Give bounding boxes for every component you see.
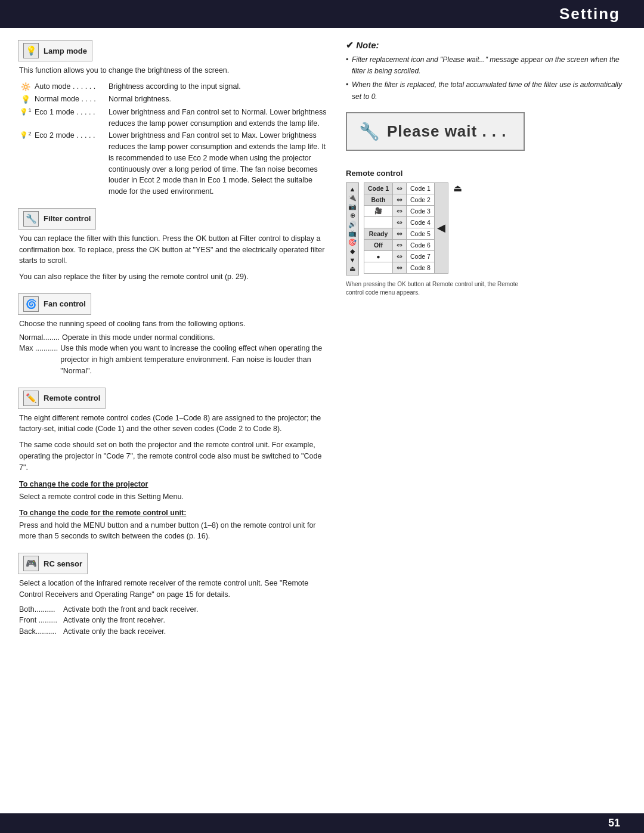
remote-icon-9: ▼: [349, 256, 356, 264]
remote-cell-code1-right: Code 1: [407, 182, 435, 194]
rc-icon: 🎮: [23, 556, 39, 571]
remote-icon-4: ⊕: [350, 212, 355, 219]
rc-sensor-header: 🎮 RC sensor: [18, 553, 88, 574]
fan-control-description: Choose the running speed of cooling fans…: [19, 318, 328, 330]
rc-front-label: Front .........: [19, 615, 61, 626]
lamp-mode-title: Lamp mode: [44, 47, 87, 55]
remote-cell-arrow-4: ⇔: [393, 216, 407, 228]
remote-cell-circle: ●: [364, 250, 393, 262]
page-footer: 51: [0, 813, 644, 833]
remote-cell-arrow-5: ⇔: [393, 228, 407, 239]
filter-icon: 🔧: [23, 211, 39, 227]
remote-body2: The same code should set on both the pro…: [19, 439, 328, 473]
normal-mode-icon: 💡: [19, 94, 32, 106]
auto-mode-icon: 🔆: [19, 81, 32, 93]
fan-control-body: Choose the running speed of cooling fans…: [18, 318, 328, 377]
filter-control-text2: You can also replace the filter by using…: [19, 271, 328, 283]
eco2-mode-label: Eco 2 mode . . . . .: [35, 130, 106, 197]
note-item-1: Filter replacement icon and "Please wait…: [346, 54, 626, 77]
filter-control-section: 🔧 Filter control You can replace the fil…: [18, 208, 328, 283]
filter-control-body: You can replace the filter with this fun…: [18, 233, 328, 283]
normal-mode-label: Normal mode . . . .: [35, 94, 106, 106]
lamp-row-auto: 🔆 Auto mode . . . . . . Brightness accor…: [19, 81, 328, 93]
rc-back: Back.......... Activate only the back re…: [19, 626, 328, 637]
lamp-row-eco2: 💡2 Eco 2 mode . . . . . Lower brightness…: [19, 130, 328, 197]
change-remote-heading: To change the code for the remote contro…: [19, 507, 328, 519]
remote-cell-empty: [364, 216, 393, 228]
rc-sensor-section: 🎮 RC sensor Select a location of the inf…: [18, 553, 328, 637]
fan-control-header: 🌀 Fan control: [18, 293, 91, 315]
remote-cell-arrow-7: ⇔: [393, 250, 407, 262]
remote-control-left-header: ✏️ Remote control: [18, 388, 106, 409]
right-column: Note: Filter replacement icon and "Pleas…: [340, 40, 626, 648]
fan-normal-label: Normal........: [19, 332, 60, 343]
note-body: Filter replacement icon and "Please wait…: [346, 54, 626, 103]
remote-cell-arrow-3: ⇔: [393, 205, 407, 216]
normal-mode-desc: Normal brightness.: [109, 94, 328, 106]
fan-max-desc: Use this mode when you want to increase …: [60, 343, 328, 376]
fan-max-label: Max ...........: [19, 343, 58, 354]
remote-icon-2: 🔌: [348, 194, 357, 202]
remote-control-right-section: Remote control ▲ 🔌 📷 ⊕ 🔊 📺 🎯 ◆ ▼ ⏏: [346, 169, 626, 297]
remote-cell-off: Off: [364, 239, 393, 250]
lamp-icon: 💡: [23, 43, 39, 58]
remote-cell-arrow-8: ⇔: [393, 262, 407, 273]
remote-icon-3: 📷: [348, 203, 357, 210]
remote-control-left-section: ✏️ Remote control The eight different re…: [18, 388, 328, 543]
remote-cell-code3-right: Code 3: [407, 205, 435, 216]
eco1-mode-icon: 💡1: [19, 107, 32, 129]
note-title: Note:: [346, 40, 626, 51]
rc-front-desc: Activate only the front receiver.: [63, 615, 165, 626]
filter-control-header: 🔧 Filter control: [18, 208, 96, 230]
rc-back-label: Back..........: [19, 626, 61, 637]
remote-control-left-body: The eight different remote control codes…: [18, 413, 328, 543]
remote-cell-empty2: [364, 262, 393, 273]
page-header: Setting: [0, 0, 644, 28]
remote-diagram: ▲ 🔌 📷 ⊕ 🔊 📺 🎯 ◆ ▼ ⏏ Code 1: [346, 182, 626, 275]
main-content: 💡 Lamp mode This function allows you to …: [0, 28, 644, 660]
remote-icon-1: ▲: [349, 185, 356, 193]
fan-normal-desc: Operate in this mode under normal condit…: [62, 332, 215, 343]
filter-control-text1: You can replace the filter with this fun…: [19, 233, 328, 267]
remote-cell-cam: 🎥: [364, 205, 393, 216]
lamp-mode-description: This function allows you to change the b…: [19, 65, 328, 76]
remote-icon-8: ◆: [350, 247, 355, 255]
remote-icon-6: 📺: [348, 230, 357, 237]
auto-mode-desc: Brightness according to the input signal…: [109, 81, 328, 93]
eco1-mode-desc: Lower brightness and Fan control set to …: [109, 107, 328, 129]
page-number: 51: [608, 817, 620, 829]
filter-control-title: Filter control: [44, 214, 91, 223]
remote-control-left-title: Remote control: [44, 394, 100, 402]
rc-sensor-title: RC sensor: [44, 559, 82, 568]
please-wait-text: Please wait . . .: [387, 122, 507, 141]
eco2-mode-desc: Lower brightness and Fan control set to …: [109, 130, 328, 197]
page-title: Setting: [559, 5, 620, 23]
change-projector-body: Select a remote control code in this Set…: [19, 491, 328, 503]
remote-table-row-1: Code 1 ⇔ Code 1 ◀: [364, 182, 448, 194]
remote-cell-code2-right: Code 2: [407, 194, 435, 205]
lamp-mode-section: 💡 Lamp mode This function allows you to …: [18, 40, 328, 197]
auto-mode-label: Auto mode . . . . . .: [35, 81, 106, 93]
rc-sensor-body: Select a location of the infrared remote…: [18, 578, 328, 637]
remote-cell-back-icon: ◀: [434, 182, 448, 273]
remote-cell-code4-right: Code 4: [407, 216, 435, 228]
rc-both-label: Both..........: [19, 604, 61, 615]
note-box: Note: Filter replacement icon and "Pleas…: [346, 40, 626, 103]
remote-eject-icon: ⏏: [453, 182, 462, 194]
fan-option-normal: Normal........ Operate in this mode unde…: [19, 332, 328, 343]
rc-both-desc: Activate both the front and back receive…: [63, 604, 199, 615]
lamp-mode-body: This function allows you to change the b…: [18, 65, 328, 197]
remote-cell-code1-left: Code 1: [364, 182, 393, 194]
please-wait-box: 🔧 Please wait . . .: [346, 112, 525, 151]
rc-back-desc: Activate only the back receiver.: [63, 626, 166, 637]
lamp-row-eco1: 💡1 Eco 1 mode . . . . . Lower brightness…: [19, 107, 328, 129]
change-remote-body: Press and hold the MENU button and a num…: [19, 520, 328, 543]
remote-control-right-title: Remote control: [346, 169, 626, 178]
note-item-2: When the filter is replaced, the total a…: [346, 79, 626, 102]
remote-cell-ready: Ready: [364, 228, 393, 239]
fan-control-title: Fan control: [44, 299, 86, 308]
remote-icon-5: 🔊: [348, 221, 357, 228]
remote-cell-arrow-1: ⇔: [393, 182, 407, 194]
rc-both: Both.......... Activate both the front a…: [19, 604, 328, 615]
eco1-mode-label: Eco 1 mode . . . . .: [35, 107, 106, 129]
